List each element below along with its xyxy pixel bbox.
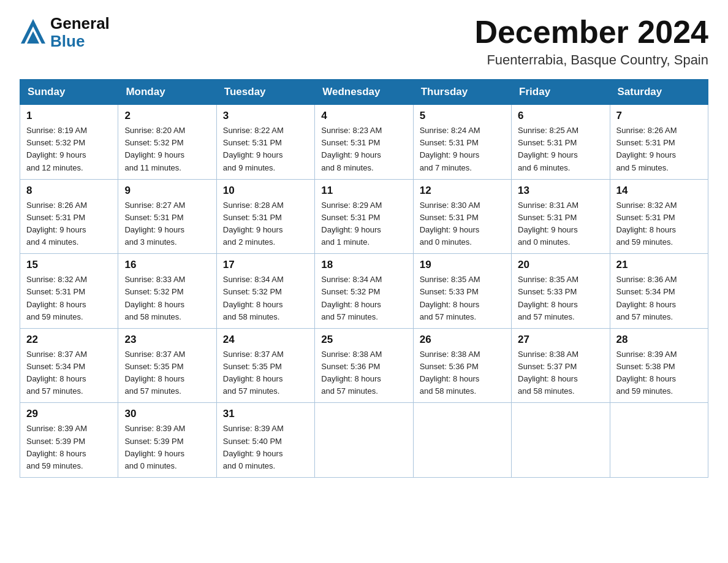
calendar-table: SundayMondayTuesdayWednesdayThursdayFrid… — [20, 79, 708, 478]
day-number: 11 — [321, 185, 406, 197]
calendar-day-cell: 9Sunrise: 8:27 AM Sunset: 5:31 PM Daylig… — [118, 179, 216, 254]
day-number: 13 — [518, 185, 603, 197]
day-info: Sunrise: 8:37 AM Sunset: 5:35 PM Dayligh… — [223, 348, 308, 398]
day-number: 25 — [321, 334, 406, 346]
day-info: Sunrise: 8:39 AM Sunset: 5:39 PM Dayligh… — [124, 423, 210, 472]
header-sunday: Sunday — [20, 80, 118, 105]
day-number: 21 — [616, 259, 702, 271]
day-number: 2 — [124, 110, 210, 122]
calendar-day-cell: 8Sunrise: 8:26 AM Sunset: 5:31 PM Daylig… — [20, 179, 118, 254]
day-info: Sunrise: 8:29 AM Sunset: 5:31 PM Dayligh… — [321, 199, 406, 249]
day-number: 16 — [124, 259, 210, 271]
calendar-empty-cell — [610, 403, 708, 478]
day-number: 31 — [223, 408, 308, 420]
day-number: 27 — [518, 334, 603, 346]
calendar-day-cell: 24Sunrise: 8:37 AM Sunset: 5:35 PM Dayli… — [216, 328, 314, 403]
calendar-day-cell: 23Sunrise: 8:37 AM Sunset: 5:35 PM Dayli… — [118, 328, 216, 403]
day-info: Sunrise: 8:25 AM Sunset: 5:31 PM Dayligh… — [518, 124, 603, 174]
day-info: Sunrise: 8:38 AM Sunset: 5:37 PM Dayligh… — [518, 348, 603, 398]
calendar-day-cell: 14Sunrise: 8:32 AM Sunset: 5:31 PM Dayli… — [610, 179, 708, 254]
day-info: Sunrise: 8:22 AM Sunset: 5:31 PM Dayligh… — [223, 124, 308, 174]
day-number: 4 — [321, 110, 406, 122]
day-info: Sunrise: 8:35 AM Sunset: 5:33 PM Dayligh… — [518, 274, 603, 323]
day-info: Sunrise: 8:32 AM Sunset: 5:31 PM Dayligh… — [616, 199, 702, 249]
calendar-day-cell: 15Sunrise: 8:32 AM Sunset: 5:31 PM Dayli… — [20, 254, 118, 329]
title-area: December 2024 Fuenterrabia, Basque Count… — [474, 15, 708, 68]
day-info: Sunrise: 8:39 AM Sunset: 5:38 PM Dayligh… — [616, 348, 702, 398]
calendar-day-cell: 5Sunrise: 8:24 AM Sunset: 5:31 PM Daylig… — [413, 105, 511, 180]
calendar-day-cell: 26Sunrise: 8:38 AM Sunset: 5:36 PM Dayli… — [413, 328, 511, 403]
day-number: 6 — [518, 110, 603, 122]
day-number: 28 — [616, 334, 702, 346]
calendar-day-cell: 21Sunrise: 8:36 AM Sunset: 5:34 PM Dayli… — [610, 254, 708, 329]
day-info: Sunrise: 8:32 AM Sunset: 5:31 PM Dayligh… — [26, 274, 112, 323]
calendar-day-cell: 25Sunrise: 8:38 AM Sunset: 5:36 PM Dayli… — [315, 328, 413, 403]
calendar-day-cell: 1Sunrise: 8:19 AM Sunset: 5:32 PM Daylig… — [20, 105, 118, 180]
calendar-day-cell: 17Sunrise: 8:34 AM Sunset: 5:32 PM Dayli… — [216, 254, 314, 329]
day-info: Sunrise: 8:27 AM Sunset: 5:31 PM Dayligh… — [124, 199, 210, 249]
calendar-day-cell: 30Sunrise: 8:39 AM Sunset: 5:39 PM Dayli… — [118, 403, 216, 478]
page-header: General Blue December 2024 Fuenterrabia,… — [20, 15, 708, 68]
day-info: Sunrise: 8:36 AM Sunset: 5:34 PM Dayligh… — [616, 274, 702, 323]
calendar-day-cell: 12Sunrise: 8:30 AM Sunset: 5:31 PM Dayli… — [413, 179, 511, 254]
day-number: 23 — [124, 334, 210, 346]
header-monday: Monday — [118, 80, 216, 105]
day-info: Sunrise: 8:19 AM Sunset: 5:32 PM Dayligh… — [26, 124, 112, 174]
day-number: 5 — [420, 110, 505, 122]
header-tuesday: Tuesday — [216, 80, 314, 105]
calendar-day-cell: 22Sunrise: 8:37 AM Sunset: 5:34 PM Dayli… — [20, 328, 118, 403]
day-info: Sunrise: 8:37 AM Sunset: 5:35 PM Dayligh… — [124, 348, 210, 398]
day-number: 10 — [223, 185, 308, 197]
calendar-day-cell: 20Sunrise: 8:35 AM Sunset: 5:33 PM Dayli… — [512, 254, 610, 329]
logo-general-text: General — [50, 15, 110, 33]
header-wednesday: Wednesday — [315, 80, 413, 105]
calendar-day-cell: 11Sunrise: 8:29 AM Sunset: 5:31 PM Dayli… — [315, 179, 413, 254]
day-number: 14 — [616, 185, 702, 197]
logo: General Blue — [20, 15, 110, 50]
calendar-empty-cell — [413, 403, 511, 478]
calendar-week-row: 15Sunrise: 8:32 AM Sunset: 5:31 PM Dayli… — [20, 254, 708, 329]
month-title: December 2024 — [474, 15, 708, 50]
calendar-day-cell: 29Sunrise: 8:39 AM Sunset: 5:39 PM Dayli… — [20, 403, 118, 478]
day-number: 19 — [420, 259, 505, 271]
day-info: Sunrise: 8:35 AM Sunset: 5:33 PM Dayligh… — [420, 274, 505, 323]
calendar-week-row: 1Sunrise: 8:19 AM Sunset: 5:32 PM Daylig… — [20, 105, 708, 180]
calendar-day-cell: 10Sunrise: 8:28 AM Sunset: 5:31 PM Dayli… — [216, 179, 314, 254]
day-info: Sunrise: 8:38 AM Sunset: 5:36 PM Dayligh… — [321, 348, 406, 398]
day-info: Sunrise: 8:38 AM Sunset: 5:36 PM Dayligh… — [420, 348, 505, 398]
calendar-day-cell: 13Sunrise: 8:31 AM Sunset: 5:31 PM Dayli… — [512, 179, 610, 254]
day-number: 12 — [420, 185, 505, 197]
calendar-day-cell: 2Sunrise: 8:20 AM Sunset: 5:32 PM Daylig… — [118, 105, 216, 180]
location-title: Fuenterrabia, Basque Country, Spain — [474, 52, 708, 68]
day-info: Sunrise: 8:37 AM Sunset: 5:34 PM Dayligh… — [26, 348, 112, 398]
calendar-day-cell: 16Sunrise: 8:33 AM Sunset: 5:32 PM Dayli… — [118, 254, 216, 329]
day-info: Sunrise: 8:31 AM Sunset: 5:31 PM Dayligh… — [518, 199, 603, 249]
calendar-header-row: SundayMondayTuesdayWednesdayThursdayFrid… — [20, 80, 708, 105]
calendar-day-cell: 7Sunrise: 8:26 AM Sunset: 5:31 PM Daylig… — [610, 105, 708, 180]
calendar-empty-cell — [512, 403, 610, 478]
day-number: 9 — [124, 185, 210, 197]
calendar-day-cell: 6Sunrise: 8:25 AM Sunset: 5:31 PM Daylig… — [512, 105, 610, 180]
day-number: 17 — [223, 259, 308, 271]
calendar-day-cell: 18Sunrise: 8:34 AM Sunset: 5:32 PM Dayli… — [315, 254, 413, 329]
day-number: 30 — [124, 408, 210, 420]
day-info: Sunrise: 8:33 AM Sunset: 5:32 PM Dayligh… — [124, 274, 210, 323]
day-info: Sunrise: 8:39 AM Sunset: 5:39 PM Dayligh… — [26, 423, 112, 472]
day-info: Sunrise: 8:30 AM Sunset: 5:31 PM Dayligh… — [420, 199, 505, 249]
calendar-day-cell: 31Sunrise: 8:39 AM Sunset: 5:40 PM Dayli… — [216, 403, 314, 478]
day-info: Sunrise: 8:26 AM Sunset: 5:31 PM Dayligh… — [26, 199, 112, 249]
calendar-day-cell: 19Sunrise: 8:35 AM Sunset: 5:33 PM Dayli… — [413, 254, 511, 329]
day-number: 7 — [616, 110, 702, 122]
day-number: 18 — [321, 259, 406, 271]
calendar-week-row: 8Sunrise: 8:26 AM Sunset: 5:31 PM Daylig… — [20, 179, 708, 254]
header-saturday: Saturday — [610, 80, 708, 105]
header-thursday: Thursday — [413, 80, 511, 105]
logo-blue-text: Blue — [50, 33, 110, 50]
calendar-day-cell: 28Sunrise: 8:39 AM Sunset: 5:38 PM Dayli… — [610, 328, 708, 403]
calendar-week-row: 22Sunrise: 8:37 AM Sunset: 5:34 PM Dayli… — [20, 328, 708, 403]
day-number: 22 — [26, 334, 112, 346]
day-number: 29 — [26, 408, 112, 420]
day-number: 26 — [420, 334, 505, 346]
day-info: Sunrise: 8:34 AM Sunset: 5:32 PM Dayligh… — [321, 274, 406, 323]
calendar-empty-cell — [315, 403, 413, 478]
